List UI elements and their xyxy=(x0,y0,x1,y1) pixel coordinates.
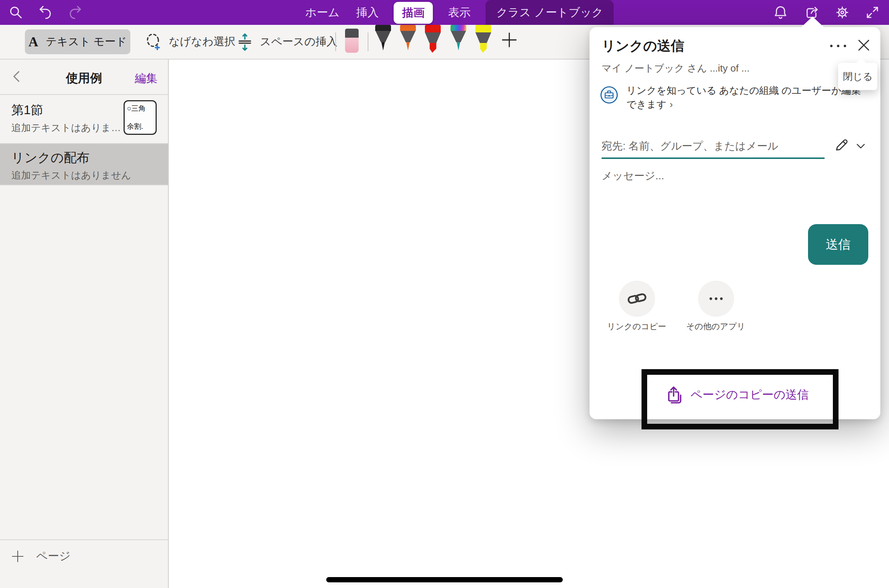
page-list-sidebar: 使用例 編集 第1節 追加テキストはありま… ○三角 余割. リンクの配布 追加… xyxy=(0,60,169,588)
thumbnail-handwriting: ○三角 xyxy=(127,104,153,113)
divider xyxy=(0,185,168,185)
lasso-select-button[interactable]: なげなわ選択 xyxy=(145,29,235,54)
galaxy-pen-tool[interactable] xyxy=(451,25,466,51)
home-indicator-bar[interactable] xyxy=(326,577,563,582)
pencil-icon[interactable] xyxy=(834,137,849,153)
redo-icon[interactable] xyxy=(68,5,83,20)
page-title: リンクの配布 xyxy=(11,149,89,166)
dialog-title: リンクの送信 xyxy=(602,37,684,55)
top-app-bar: ホーム 挿入 描画 表示 クラス ノートブック xyxy=(0,0,889,25)
insert-space-icon xyxy=(236,33,254,51)
undo-icon[interactable] xyxy=(38,5,53,20)
pen-cone xyxy=(375,31,391,42)
pen-cap xyxy=(400,25,416,31)
edit-button[interactable]: 編集 xyxy=(135,71,157,86)
dialog-close-icon[interactable] xyxy=(855,37,872,53)
thumbnail-handwriting: 余割. xyxy=(127,122,153,131)
plus-icon xyxy=(11,549,25,564)
link-permission-button[interactable]: リンクを知っている あなたの組織 のユーザーが編集できます› xyxy=(600,84,871,111)
page-list-item-selected[interactable]: リンクの配布 追加テキストはありません xyxy=(0,144,168,185)
permission-text: リンクを知っている あなたの組織 のユーザーが編集できます› xyxy=(626,84,871,111)
page-subtitle: 追加テキストはありま… xyxy=(11,121,121,134)
sidebar-header: 使用例 編集 xyxy=(0,60,168,94)
recipient-input[interactable] xyxy=(602,135,825,159)
tab-insert[interactable]: 挿入 xyxy=(354,0,380,25)
page-thumbnail: ○三角 余割. xyxy=(124,100,157,135)
tab-class-notebook[interactable]: クラス ノートブック xyxy=(486,0,614,25)
add-pen-plus-icon[interactable] xyxy=(500,31,518,49)
chain-link-icon xyxy=(627,289,647,309)
send-copy-icon xyxy=(665,385,684,405)
pen-tip xyxy=(475,43,491,53)
toolbar-divider xyxy=(368,32,368,51)
chevron-right-icon: › xyxy=(669,99,673,110)
yellow-highlighter-tool[interactable] xyxy=(475,25,491,51)
more-apps-button[interactable] xyxy=(698,281,734,317)
pen-cap xyxy=(375,25,391,31)
more-apps-label: その他のアプリ xyxy=(674,321,757,332)
notifications-bell-icon[interactable] xyxy=(773,5,788,20)
send-page-copy-label: ページのコピーの送信 xyxy=(690,387,809,403)
send-link-dialog: リンクの送信 マイ ノートブック さん ...ity of ... リンクを知っ… xyxy=(590,27,880,419)
pen-cone xyxy=(425,32,441,43)
text-mode-label: テキスト モード xyxy=(46,34,127,49)
send-page-copy-button[interactable]: ページのコピーの送信 xyxy=(665,385,809,405)
pen-cap xyxy=(451,25,466,31)
expand-fullscreen-icon[interactable] xyxy=(865,5,880,20)
pen-cone xyxy=(400,31,416,42)
eraser-tool[interactable] xyxy=(345,29,359,53)
chevron-down-icon[interactable] xyxy=(855,140,867,152)
dialog-callout-arrow xyxy=(801,17,824,27)
eraser-cap xyxy=(345,29,359,38)
ellipsis-icon xyxy=(706,289,726,309)
tab-draw[interactable]: 描画 xyxy=(394,2,433,24)
pen-cap xyxy=(425,25,441,32)
orange-pen-tool[interactable] xyxy=(400,25,416,51)
pen-tip xyxy=(400,42,416,50)
page-list-item[interactable]: 第1節 追加テキストはありま… ○三角 余割. xyxy=(0,95,168,143)
lasso-icon xyxy=(145,33,163,51)
close-tooltip: 閉じる xyxy=(838,63,877,90)
tab-home[interactable]: ホーム xyxy=(304,0,341,25)
close-tooltip-label: 閉じる xyxy=(843,70,872,83)
insert-space-label: スペースの挿入 xyxy=(260,34,338,49)
add-page-label: ページ xyxy=(36,548,70,564)
message-input[interactable] xyxy=(602,169,867,214)
dialog-more-options-icon[interactable] xyxy=(828,38,849,53)
eraser-body xyxy=(345,38,359,53)
settings-gear-icon[interactable] xyxy=(835,5,850,20)
lasso-label: なげなわ選択 xyxy=(169,34,235,49)
page-title: 第1節 xyxy=(11,102,43,119)
copy-link-label: リンクのコピー xyxy=(595,321,678,332)
add-page-button[interactable]: ページ xyxy=(11,548,70,564)
sidebar-footer: ページ xyxy=(0,539,168,588)
insert-space-button[interactable]: スペースの挿入 xyxy=(236,29,338,54)
pen-tip xyxy=(375,42,391,50)
text-mode-a-icon: A xyxy=(28,34,38,50)
search-icon[interactable] xyxy=(8,5,23,20)
copy-link-button[interactable] xyxy=(619,281,655,317)
pen-tip xyxy=(425,43,441,53)
send-button[interactable]: 送信 xyxy=(808,224,868,265)
ribbon-tabs: ホーム 挿入 描画 表示 クラス ノートブック xyxy=(304,0,614,25)
briefcase-icon xyxy=(600,86,618,104)
onenote-screen: ホーム 挿入 描画 表示 クラス ノートブック A テキスト モード xyxy=(0,0,889,588)
page-subtitle: 追加テキストはありません xyxy=(11,169,131,182)
toolbar-divider xyxy=(335,32,336,51)
tab-view[interactable]: 表示 xyxy=(446,0,472,25)
pen-tip xyxy=(451,42,466,50)
black-pen-tool[interactable] xyxy=(375,25,391,51)
pen-cap xyxy=(475,25,491,32)
pen-cone xyxy=(451,31,466,42)
dialog-subtitle: マイ ノートブック さん ...ity of ... xyxy=(602,62,865,75)
red-highlighter-tool[interactable] xyxy=(425,25,441,51)
text-mode-button[interactable]: A テキスト モード xyxy=(25,29,130,54)
pen-cone xyxy=(475,32,491,43)
